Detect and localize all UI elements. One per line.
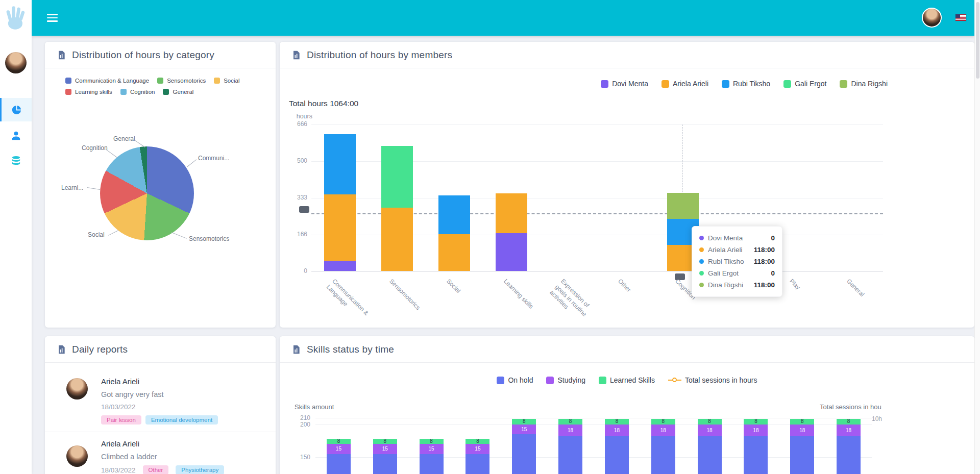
x-axis-label: Other bbox=[616, 278, 632, 294]
bar-segment-on-hold[interactable] bbox=[465, 454, 489, 474]
legend-item[interactable]: Communication & Language bbox=[65, 78, 149, 84]
bar-segment-learned[interactable]: 8 bbox=[790, 419, 814, 424]
bar-segment[interactable] bbox=[667, 193, 699, 219]
legend-label: Rubi Tiksho bbox=[733, 80, 770, 88]
x-axis-label: Communication & Language bbox=[325, 278, 370, 323]
bar-segment-on-hold[interactable] bbox=[651, 436, 675, 474]
bar-segment-on-hold[interactable] bbox=[327, 454, 351, 474]
scrollbar[interactable] bbox=[974, 0, 980, 474]
app-logo[interactable] bbox=[0, 0, 32, 36]
report-item[interactable]: Ariela ArieliGot angry very fast18/03/20… bbox=[45, 365, 276, 432]
bar-value-label: 8 bbox=[790, 419, 814, 424]
legend-swatch bbox=[214, 78, 220, 84]
bar-segment-learned[interactable]: 8 bbox=[420, 439, 444, 444]
bar-segment-studying[interactable]: 18 bbox=[605, 425, 629, 436]
sidebar-item-analytics[interactable] bbox=[0, 98, 32, 121]
bar-segment-on-hold[interactable] bbox=[837, 436, 861, 474]
us-flag-icon[interactable] bbox=[955, 14, 966, 21]
x-axis-label: Sensomotorics bbox=[387, 278, 422, 312]
bar-segment-studying[interactable]: 15 bbox=[373, 444, 397, 454]
bar-segment-on-hold[interactable] bbox=[790, 436, 814, 474]
bar-segment-learned[interactable]: 8 bbox=[512, 419, 536, 424]
menu-icon[interactable] bbox=[47, 14, 58, 24]
report-text: Climbed a ladder bbox=[101, 453, 265, 461]
bar-segment[interactable] bbox=[381, 146, 413, 208]
bar-segment-learned[interactable]: 8 bbox=[605, 419, 629, 424]
bar-value-label: 8 bbox=[373, 439, 397, 444]
bar-segment[interactable] bbox=[438, 195, 470, 235]
card-title: Distribution of hours by category bbox=[72, 49, 214, 61]
bar-segment-studying[interactable]: 18 bbox=[837, 425, 861, 436]
series-dot bbox=[699, 283, 704, 287]
card-title: Distribution of hours by members bbox=[307, 49, 452, 61]
legend-item[interactable]: Ariela Arieli bbox=[662, 80, 708, 88]
report-icon bbox=[56, 344, 66, 355]
bar-segment-on-hold[interactable] bbox=[420, 454, 444, 474]
bar-value-label: 18 bbox=[837, 425, 861, 436]
database-icon bbox=[10, 155, 22, 167]
bar-segment-on-hold[interactable] bbox=[512, 434, 536, 474]
report-item[interactable]: Ariela ArieliClimbed a ladder18/03/2022O… bbox=[45, 432, 276, 474]
legend-item[interactable]: Cognition bbox=[120, 89, 155, 95]
user-avatar[interactable] bbox=[922, 8, 942, 28]
legend-item[interactable]: General bbox=[163, 89, 193, 95]
bar-segment[interactable] bbox=[324, 134, 356, 194]
card-header: Skills status by time bbox=[280, 336, 974, 363]
series-dot bbox=[699, 236, 704, 240]
tooltip-row: Dina Rigshi118:00 bbox=[699, 279, 775, 291]
legend-swatch bbox=[157, 78, 163, 84]
bar-segment[interactable] bbox=[438, 234, 470, 271]
bar-segment-on-hold[interactable] bbox=[605, 436, 629, 474]
bar-segment-studying[interactable]: 18 bbox=[651, 425, 675, 436]
bar-segment-studying[interactable]: 18 bbox=[558, 425, 582, 436]
bar-segment-studying[interactable]: 15 bbox=[420, 444, 444, 454]
legend-item[interactable]: Dovi Menta bbox=[601, 80, 648, 88]
bar-segment-learned[interactable]: 8 bbox=[327, 439, 351, 444]
scrollbar-thumb[interactable] bbox=[976, 2, 979, 79]
bar-value-label: 18 bbox=[651, 425, 675, 436]
bar-segment-learned[interactable]: 8 bbox=[744, 419, 768, 424]
bar-segment-studying[interactable]: 15 bbox=[512, 425, 536, 434]
legend-swatch bbox=[783, 80, 791, 88]
bar-segment[interactable] bbox=[324, 261, 356, 271]
pie-slices[interactable] bbox=[100, 146, 194, 240]
bar-segment-studying[interactable]: 18 bbox=[744, 425, 768, 436]
bar-segment-on-hold[interactable] bbox=[373, 454, 397, 474]
bar-segment[interactable] bbox=[496, 233, 527, 271]
pie-leader-line bbox=[106, 149, 117, 158]
bar-segment-on-hold[interactable] bbox=[698, 436, 722, 474]
bar-segment[interactable] bbox=[324, 194, 356, 261]
bar-value-label: 15 bbox=[327, 444, 351, 454]
bar-segment-studying[interactable]: 18 bbox=[790, 425, 814, 436]
legend-item[interactable]: Social bbox=[214, 78, 239, 84]
legend-item[interactable]: Dina Rigshi bbox=[840, 80, 888, 88]
tooltip-value: 0 bbox=[771, 234, 775, 242]
reports-list: Ariela ArieliGot angry very fast18/03/20… bbox=[45, 365, 276, 474]
bar-segment-learned[interactable]: 8 bbox=[698, 419, 722, 424]
legend-item[interactable]: Gali Ergot bbox=[783, 80, 826, 88]
legend-item[interactable]: Sensomotorics bbox=[157, 78, 206, 84]
bar-segment-learned[interactable]: 8 bbox=[837, 419, 861, 424]
legend-item[interactable]: Learning skills bbox=[65, 89, 112, 95]
pie-chart-icon bbox=[11, 104, 22, 116]
report-date: 18/03/2022 bbox=[101, 403, 265, 411]
legend-swatch bbox=[722, 80, 729, 88]
bar-segment-learned[interactable]: 8 bbox=[558, 419, 582, 424]
bar-segment-studying[interactable]: 18 bbox=[698, 425, 722, 436]
bar-segment-learned[interactable]: 8 bbox=[651, 419, 675, 424]
bar-segment-studying[interactable]: 15 bbox=[465, 444, 489, 454]
bar-segment-learned[interactable]: 8 bbox=[373, 439, 397, 444]
bar-segment-on-hold[interactable] bbox=[744, 436, 768, 474]
bar-segment-on-hold[interactable] bbox=[558, 436, 582, 474]
card-daily-reports: Daily reports Ariela ArieliGot angry ver… bbox=[45, 336, 276, 474]
bar-segment-learned[interactable]: 8 bbox=[465, 439, 489, 444]
sidebar-item-users[interactable] bbox=[0, 123, 32, 147]
sidebar-item-data[interactable] bbox=[0, 149, 32, 172]
threshold-handle[interactable] bbox=[299, 206, 309, 213]
profile-avatar[interactable] bbox=[5, 52, 27, 73]
bar-segment[interactable] bbox=[381, 208, 413, 271]
bar-segment-studying[interactable]: 15 bbox=[327, 444, 351, 454]
legend-item[interactable]: Rubi Tiksho bbox=[722, 80, 770, 88]
bar-value-label: 18 bbox=[558, 425, 582, 436]
bar-segment[interactable] bbox=[496, 193, 527, 233]
